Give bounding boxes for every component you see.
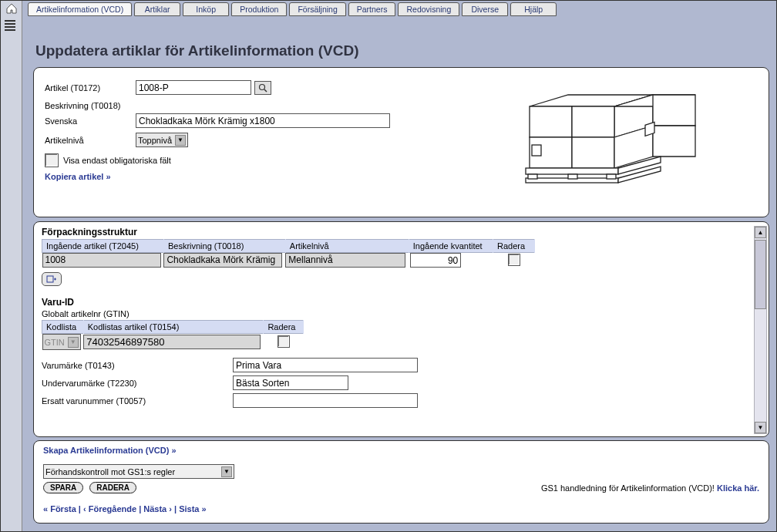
struct-niva-cell: Mellannivå — [285, 253, 405, 268]
tab-vcd[interactable]: Artikelinformation (VCD) — [28, 2, 132, 16]
panel-structure: Förpackningsstruktur Ingående artikel (T… — [33, 221, 769, 437]
forhandskontroll-select[interactable]: Förhandskontroll mot GS1:s regler ▼ — [43, 464, 234, 479]
spara-button[interactable]: SPARA — [43, 482, 83, 493]
artikelniva-value: Toppnivå — [138, 136, 172, 145]
svg-rect-14 — [645, 122, 654, 136]
scroll-thumb[interactable] — [755, 240, 766, 309]
struct-grid-header: Ingående artikel (T2045) Beskrivning (T0… — [42, 240, 535, 253]
gtin-subtitle: Globalt artikelnr (GTIN) — [42, 309, 752, 318]
scroll-up-icon[interactable]: ▲ — [755, 227, 766, 238]
tab-inkop[interactable]: Inköp — [183, 2, 229, 16]
radera-button[interactable]: RADERA — [89, 482, 136, 493]
home-icon[interactable] — [5, 3, 18, 14]
tab-hjalp[interactable]: Hjälp — [510, 2, 557, 16]
varuid-radera-checkbox[interactable] — [278, 335, 290, 348]
gs1-help-link[interactable]: Klicka här. — [717, 483, 759, 493]
struct-beskr-cell: Chokladkaka Mörk Krämig — [163, 253, 282, 268]
scroll-down-icon[interactable]: ▼ — [755, 422, 766, 433]
struct-kvant-input[interactable] — [410, 253, 461, 268]
pallet-illustration — [499, 76, 699, 207]
svg-line-1 — [264, 89, 267, 92]
chevron-down-icon: ▼ — [175, 135, 186, 146]
undervarumarke-input[interactable] — [233, 375, 348, 390]
gs1-help-prefix: GS1 handledning för Artikelinformation (… — [541, 483, 717, 493]
chevron-down-icon: ▼ — [68, 337, 79, 348]
col-beskrivning: Beskrivning (T0018) — [163, 240, 285, 253]
nav-prev[interactable]: ‹ Föregående — [83, 504, 136, 513]
page-title: Uppdatera artiklar för Artikelinformatio… — [35, 42, 358, 59]
svg-rect-22 — [47, 276, 53, 282]
varumarke-label: Varumärke (T0143) — [42, 361, 233, 370]
ersatt-input[interactable] — [233, 393, 418, 408]
kodlistas-artikel-cell: 74032546897580 — [83, 335, 261, 349]
svenska-input[interactable] — [136, 113, 390, 128]
top-tabs: Artikelinformation (VCD) Artiklar Inköp … — [28, 2, 557, 16]
tab-artiklar[interactable]: Artiklar — [134, 2, 180, 16]
col-kodlista: Kodlista — [42, 321, 84, 334]
beskrivning-label: Beskrivning (T0018) — [45, 101, 120, 110]
artikel-label: Artikel (T0172) — [45, 83, 136, 93]
add-row-button[interactable] — [42, 272, 62, 286]
nav-first[interactable]: « Första — [43, 504, 76, 513]
skapa-vcd-link[interactable]: Skapa Artikelinformation (VCD) » — [43, 446, 759, 455]
tab-redovisning[interactable]: Redovisning — [398, 2, 459, 16]
scrollbar-vertical[interactable]: ▲ ▼ — [754, 226, 767, 434]
col-artikelniva: Artikelnivå — [285, 240, 409, 253]
svg-marker-11 — [653, 126, 695, 157]
svg-point-0 — [260, 84, 265, 89]
ersatt-label: Ersatt varunummer (T0057) — [42, 396, 233, 406]
tab-partners[interactable]: Partners — [348, 2, 396, 16]
forpackning-title: Förpackningsstruktur — [42, 227, 752, 237]
varuid-grid-header: Kodlista Kodlistas artikel (T0154) Rader… — [42, 321, 304, 334]
col-ingaende-artikel: Ingående artikel (T2045) — [42, 240, 164, 253]
struct-radera-checkbox[interactable] — [508, 254, 520, 266]
svg-rect-21 — [607, 174, 616, 179]
panel-footer: Skapa Artikelinformation (VCD) » Förhand… — [33, 440, 769, 524]
svg-rect-7 — [572, 137, 614, 168]
search-icon-button[interactable] — [254, 81, 271, 95]
col-radera: Radera — [493, 240, 535, 253]
tab-forsaljning[interactable]: Försäljning — [289, 2, 345, 16]
col-kvantitet: Ingående kvantitet — [409, 240, 493, 253]
kodlista-select[interactable]: GTIN ▼ — [42, 334, 81, 350]
col-v-radera: Radera — [264, 321, 304, 334]
svg-rect-20 — [568, 174, 577, 179]
svg-rect-15 — [526, 168, 618, 174]
tab-diverse[interactable]: Diverse — [462, 2, 508, 16]
undervarumarke-label: Undervarumärke (T2230) — [42, 379, 233, 388]
obligatoriska-checkbox[interactable] — [45, 153, 59, 167]
svg-rect-5 — [572, 106, 614, 137]
nav-last[interactable]: Sista » — [179, 504, 206, 513]
forhandskontroll-value: Förhandskontroll mot GS1:s regler — [45, 467, 175, 476]
svenska-label: Svenska — [45, 116, 136, 126]
gs1-help-text: GS1 handledning för Artikelinformation (… — [541, 483, 759, 493]
artikelniva-select[interactable]: Toppnivå ▼ — [136, 133, 188, 147]
struct-artikel-cell: 1008 — [42, 253, 161, 268]
svg-rect-13 — [532, 145, 541, 156]
panel-article-header: Artikel (T0172) Beskrivning (T0018) Sven… — [33, 67, 769, 217]
artikelniva-label: Artikelnivå — [45, 136, 136, 145]
varumarke-input[interactable] — [233, 358, 418, 372]
nav-next[interactable]: Nästa › — [143, 504, 172, 513]
artikel-input[interactable] — [136, 80, 251, 95]
chevron-down-icon: ▼ — [221, 466, 232, 477]
tab-produktion[interactable]: Produktion — [231, 2, 287, 16]
varuid-title: Varu-ID — [42, 297, 752, 308]
svg-marker-10 — [653, 95, 695, 126]
varuid-row: GTIN ▼ 74032546897580 — [42, 334, 304, 351]
kodlista-value: GTIN — [45, 338, 65, 347]
col-kodlistas-artikel: Kodlistas artikel (T0154) — [83, 321, 264, 334]
svg-rect-4 — [530, 106, 572, 137]
left-rail — [1, 1, 22, 531]
svg-rect-19 — [528, 174, 537, 179]
menu-icon[interactable] — [5, 20, 18, 31]
obligatoriska-label: Visa endast obligatoriska fält — [63, 156, 171, 165]
struct-row: 1008 Chokladkaka Mörk Krämig Mellannivå — [42, 253, 535, 268]
